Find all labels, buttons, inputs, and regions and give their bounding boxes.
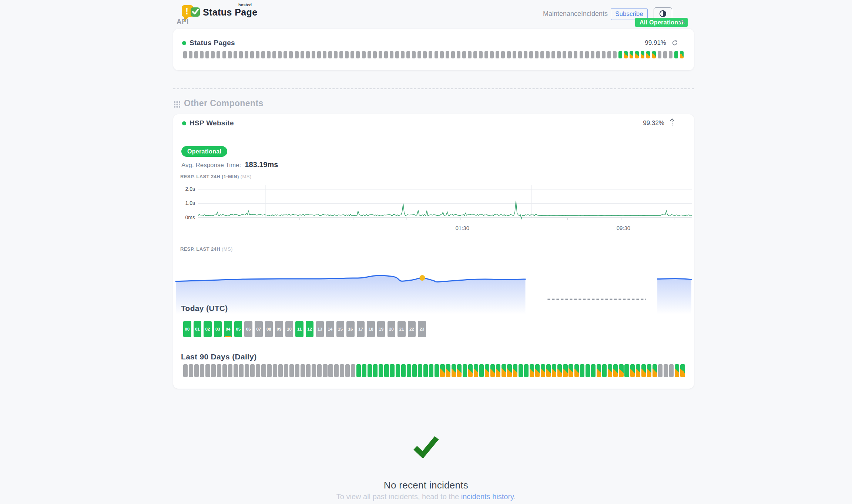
uptime-day-bar[interactable] [485,364,489,377]
uptime-day-bar[interactable] [256,51,259,58]
uptime-day-bar[interactable] [407,364,411,377]
uptime-day-bar[interactable] [435,364,439,377]
uptime-day-bar[interactable] [473,51,477,58]
hour-block[interactable]: 22 [408,321,416,337]
uptime-day-bar[interactable] [574,51,577,58]
uptime-day-bar[interactable] [529,51,533,58]
uptime-day-bar[interactable] [189,51,192,58]
uptime-day-bar[interactable] [468,51,472,58]
collapse-section-button[interactable] [678,19,685,25]
uptime-day-bar[interactable] [395,51,399,58]
uptime-day-bar[interactable] [379,51,382,58]
uptime-day-bar[interactable] [462,51,466,58]
uptime-day-bar[interactable] [217,364,221,377]
uptime-day-bar[interactable] [261,51,265,58]
uptime-day-bar[interactable] [217,51,220,58]
uptime-day-bar[interactable] [440,364,445,377]
uptime-day-bar[interactable] [350,51,354,58]
uptime-day-bar[interactable] [384,364,389,377]
hour-block[interactable]: 04 [224,321,232,337]
uptime-day-bar[interactable] [284,51,287,58]
uptime-day-bar[interactable] [239,51,243,58]
uptime-day-bar[interactable] [306,51,310,58]
uptime-day-bar[interactable] [306,364,311,377]
uptime-day-bar[interactable] [289,51,293,58]
uptime-day-bar[interactable] [183,51,187,58]
uptime-day-bar[interactable] [474,364,478,377]
hour-block[interactable]: 15 [336,321,345,337]
uptime-day-bar[interactable] [317,364,322,377]
uptime-day-bar[interactable] [234,364,238,377]
uptime-day-bar[interactable] [211,364,215,377]
uptime-day-bar[interactable] [518,51,522,58]
hour-block[interactable]: 11 [295,321,303,337]
uptime-day-bar[interactable] [513,51,516,58]
uptime-day-bar[interactable] [200,51,204,58]
uptime-day-bar[interactable] [356,364,361,377]
uptime-day-bar[interactable] [379,364,383,377]
uptime-day-bar[interactable] [356,51,360,58]
hour-block[interactable]: 09 [275,321,283,337]
uptime-day-bar[interactable] [228,51,232,58]
uptime-day-bar[interactable] [245,364,249,377]
uptime-day-bar[interactable] [635,51,639,58]
hour-block[interactable]: 07 [255,321,263,337]
uptime-day-bar[interactable] [502,364,506,377]
uptime-day-bar[interactable] [580,364,584,377]
uptime-day-bar[interactable] [530,364,534,377]
uptime-day-bar[interactable] [568,51,572,58]
uptime-day-bar[interactable] [674,51,678,58]
hour-block[interactable]: 20 [388,321,396,337]
uptime-day-bar[interactable] [429,364,433,377]
uptime-day-bar[interactable] [222,364,227,377]
uptime-day-bar[interactable] [351,364,355,377]
uptime-day-bar[interactable] [406,51,410,58]
hour-block[interactable]: 14 [326,321,334,337]
uptime-day-bar[interactable] [423,51,427,58]
hour-block[interactable]: 19 [377,321,385,337]
uptime-day-bar[interactable] [200,364,204,377]
hour-block[interactable]: 16 [346,321,355,337]
uptime-day-bar[interactable] [602,364,607,377]
uptime-day-bar[interactable] [183,364,188,377]
uptime-day-bar[interactable] [272,51,276,58]
uptime-day-bar[interactable] [490,364,495,377]
uptime-day-bar[interactable] [586,364,590,377]
uptime-day-bar[interactable] [552,364,556,377]
uptime-day-bar[interactable] [585,51,589,58]
uptime-day-bar[interactable] [641,364,646,377]
uptime-day-bar[interactable] [312,364,316,377]
hour-block[interactable]: 21 [398,321,406,337]
uptime-day-bar[interactable] [278,51,282,58]
uptime-day-bar[interactable] [535,51,539,58]
uptime-day-bar[interactable] [479,364,484,377]
uptime-day-bar[interactable] [507,51,511,58]
uptime-day-bar[interactable] [301,364,305,377]
hour-block[interactable]: 08 [265,321,273,337]
uptime-day-bar[interactable] [267,51,271,58]
uptime-day-bar[interactable] [373,364,378,377]
uptime-day-bar[interactable] [234,51,237,58]
uptime-day-bar[interactable] [658,51,661,58]
uptime-day-bar[interactable] [619,364,623,377]
hour-block[interactable]: 06 [244,321,252,337]
uptime-day-bar[interactable] [468,364,473,377]
uptime-day-bar[interactable] [334,364,339,377]
hour-block[interactable]: 05 [234,321,242,337]
uptime-day-bar[interactable] [317,51,321,58]
uptime-day-bar[interactable] [636,364,640,377]
nav-maintenance[interactable]: Maintenance [543,10,581,18]
uptime-day-bar[interactable] [563,51,566,58]
uptime-day-bar[interactable] [457,51,460,58]
uptime-day-bar[interactable] [334,51,338,58]
uptime-day-bar[interactable] [551,51,555,58]
uptime-day-bar[interactable] [228,364,232,377]
uptime-day-bar[interactable] [412,51,416,58]
uptime-day-bar[interactable] [541,364,545,377]
uptime-day-bar[interactable] [189,364,193,377]
uptime-day-bar[interactable] [245,51,248,58]
uptime-day-bar[interactable] [278,364,283,377]
uptime-day-bar[interactable] [513,364,517,377]
uptime-day-bar[interactable] [328,364,333,377]
uptime-day-bar[interactable] [608,364,612,377]
